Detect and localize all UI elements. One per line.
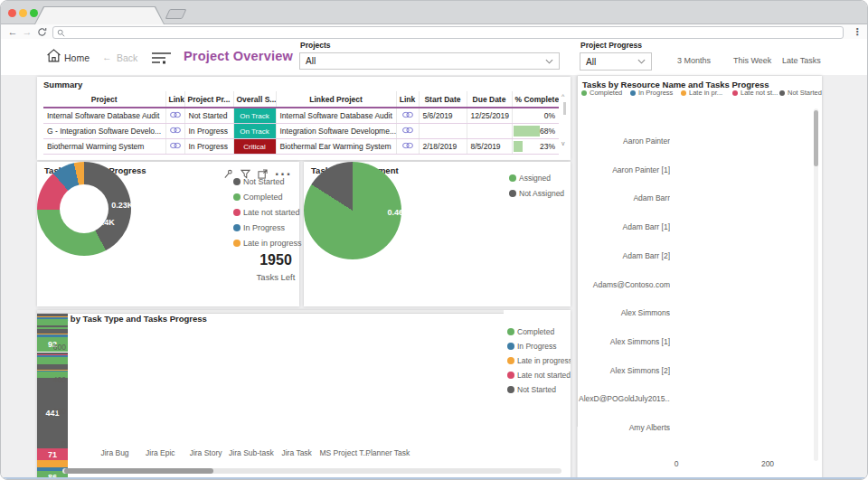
back-button[interactable]: Back [117,52,137,63]
legend-item[interactable]: Late in pr... [681,89,722,97]
legend-item[interactable]: Late in progress [507,356,571,365]
table-row[interactable]: G - Integration Software Develo...In Pro… [43,124,559,139]
column-header[interactable]: Project [43,91,165,108]
table-cell[interactable]: Biothermal Warming System [43,139,165,155]
legend-label: Completed [590,89,622,97]
table-cell[interactable]: Internal Software Database Audit [43,108,165,124]
stacked-bar[interactable] [37,353,68,364]
legend-item[interactable]: In Progress [630,89,673,97]
link-icon[interactable] [165,139,184,155]
segment-label: 0.4K [98,218,115,227]
table-scroll-down-icon[interactable]: v [561,140,565,146]
column-header[interactable]: Linked Project [276,91,396,108]
legend-item[interactable]: Completed [507,327,554,336]
home-button[interactable]: Home [64,52,90,63]
table-cell[interactable]: 5/6/2019 [419,108,467,124]
legend-item[interactable]: Completed [233,193,283,202]
menu-icon[interactable]: ⋮ [851,24,863,39]
x-axis-category: Jira Epic [137,448,183,457]
table-cell[interactable]: In Progress [184,124,233,139]
progress-dropdown[interactable]: All [580,52,652,71]
back-icon[interactable]: ← [6,24,19,39]
column-header[interactable]: Link [165,91,184,108]
x-axis-line [37,313,504,314]
horizontal-scrollbar-track[interactable] [62,468,561,474]
percent-complete-cell[interactable]: 0% [512,108,559,124]
status-badge[interactable]: Critical [233,139,276,155]
link-icon[interactable] [396,124,419,139]
table-cell[interactable]: G - Integration Software Develo... [43,124,165,139]
bar-segment[interactable]: 71 [37,448,68,460]
status-badge[interactable]: On Track [233,108,276,124]
home-icon[interactable] [46,48,61,67]
zoom-button[interactable] [30,9,38,17]
legend-item[interactable]: In Progress [233,223,285,232]
forward-icon[interactable]: → [21,24,33,39]
status-badge[interactable]: On Track [233,124,276,139]
vertical-scrollbar-track[interactable] [814,108,818,461]
stacked-bar[interactable] [37,314,68,325]
stacked-bar[interactable]: 4417186 [37,378,68,480]
table-cell[interactable]: Not Started [184,108,233,124]
table-cell[interactable]: 12/25/2019 [467,108,512,124]
bar-segment[interactable] [37,319,68,325]
y-axis-category: Aaron Painter [1] [579,165,670,174]
table-cell[interactable]: Biothermal Ear Warming System [276,139,396,155]
legend-item[interactable]: Not Started [779,89,822,97]
tab-late-tasks[interactable]: Late Tasks [782,56,821,65]
vertical-scrollbar-thumb[interactable] [814,110,818,166]
link-icon[interactable] [165,124,184,139]
tab-this-week[interactable]: This Week [733,56,771,65]
browser-tab[interactable] [35,7,164,24]
column-header[interactable]: % Complete [512,91,559,108]
chevron-down-icon [637,59,646,64]
table-cell[interactable] [419,124,467,139]
legend-item[interactable]: Late not started [233,208,300,217]
percent-complete-cell[interactable]: 23% [512,139,559,155]
bar-segment[interactable] [37,357,68,364]
y-axis-category: Aaron Painter [579,136,670,146]
x-axis-category: Jira Story [184,448,229,457]
table-cell[interactable]: 8/5/2019 [467,139,512,155]
new-tab-button[interactable] [165,9,187,19]
legend-item[interactable]: Not Assigned [509,189,564,198]
summary-table[interactable]: ProjectLinkProject Pr...Overall S...Link… [43,91,559,155]
legend-item[interactable]: Completed [581,89,622,97]
table-row[interactable]: Biothermal Warming SystemIn ProgressCrit… [43,139,559,155]
link-icon[interactable] [165,108,184,124]
table-scrollbar[interactable] [563,102,566,115]
legend-item[interactable]: Late not started [507,371,571,380]
table-cell[interactable]: Internal Software Database Audit [276,108,396,124]
horizontal-scrollbar-thumb[interactable] [64,468,213,474]
table-cell[interactable]: In Progress [184,139,233,155]
column-header[interactable]: Due Date [467,91,512,108]
legend-item[interactable]: Not Started [233,177,285,186]
legend-item[interactable]: Late in progress [233,239,302,248]
column-header[interactable]: Link [396,91,419,108]
y-axis-category: Adams@Contoso.com [579,280,670,289]
address-bar[interactable] [52,26,844,39]
table-scroll-up-icon[interactable]: ^ [561,93,564,99]
legend-label: Late not started [517,371,571,380]
legend-item[interactable]: Not Started [507,385,556,394]
column-header[interactable]: Project Pr... [184,91,233,108]
bar-segment[interactable] [37,460,68,467]
table-cell[interactable]: Integration Software Developme... [276,124,396,139]
legend-item[interactable]: Assigned [509,174,551,183]
table-row[interactable]: Internal Software Database AuditNot Star… [43,108,559,124]
link-icon[interactable] [396,139,419,155]
project-list-icon[interactable] [152,52,172,68]
projects-dropdown[interactable]: All [299,52,560,70]
minimize-button[interactable] [19,9,27,17]
refresh-icon[interactable] [35,24,48,39]
column-header[interactable]: Overall S... [233,91,276,108]
tab-3-months[interactable]: 3 Months [677,56,711,65]
link-icon[interactable] [396,108,419,124]
table-cell[interactable]: 2/18/2019 [419,139,467,155]
percent-complete-cell[interactable]: 68% [512,124,559,139]
table-cell[interactable] [467,124,512,139]
legend-item[interactable]: Late not st... [732,89,778,97]
column-header[interactable]: Start Date [419,91,467,108]
legend-item[interactable]: In Progress [507,342,556,351]
close-button[interactable] [8,9,16,17]
